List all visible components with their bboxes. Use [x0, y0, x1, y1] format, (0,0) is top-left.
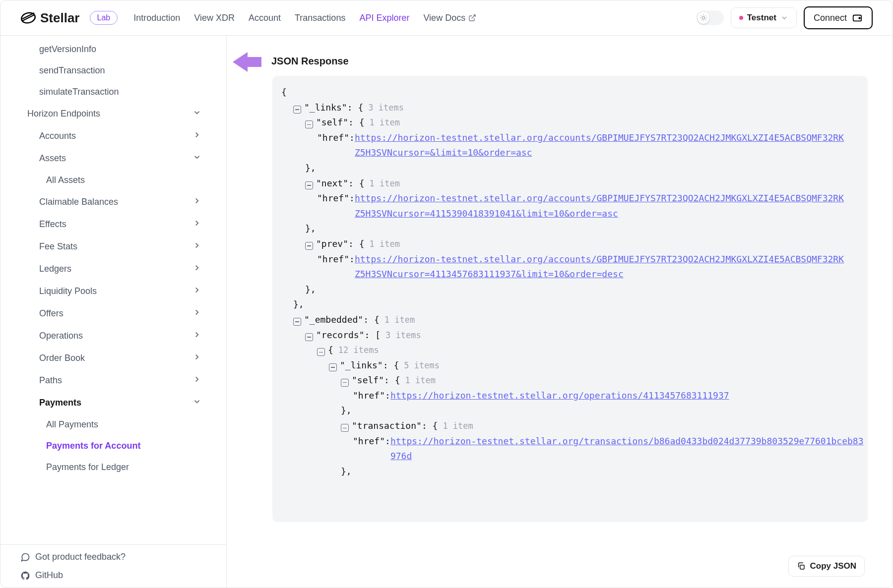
- json-link[interactable]: https://horizon-testnet.stellar.org/acco…: [355, 130, 846, 161]
- json-line: "href": https://horizon-testnet.stellar.…: [281, 252, 868, 282]
- sidebar-item-horizon-endpoints[interactable]: Horizon Endpoints: [0, 103, 226, 125]
- sidebar-item-label: Fee Stats: [39, 241, 77, 252]
- body: getVersionInfosendTransactionsimulateTra…: [0, 36, 893, 588]
- collapse-toggle[interactable]: [305, 333, 313, 341]
- json-link[interactable]: https://horizon-testnet.stellar.org/oper…: [390, 388, 729, 404]
- json-line: },: [281, 161, 868, 176]
- sidebar-item-getversioninfo[interactable]: getVersionInfo: [0, 39, 226, 60]
- collapse-toggle[interactable]: [341, 379, 349, 387]
- sidebar-item-order-book[interactable]: Order Book: [0, 347, 226, 369]
- chevron-right-icon: [192, 130, 201, 142]
- sidebar-item-label: Paths: [39, 375, 62, 386]
- sidebar-item-liquidity-pools[interactable]: Liquidity Pools: [0, 280, 226, 302]
- sidebar-item-fee-stats[interactable]: Fee Stats: [0, 235, 226, 258]
- sidebar-item-all-assets[interactable]: All Assets: [0, 170, 226, 191]
- connect-button[interactable]: Connect: [804, 6, 873, 29]
- sidebar-item-simulatetransaction[interactable]: simulateTransaction: [0, 81, 226, 103]
- sidebar-item-operations[interactable]: Operations: [0, 325, 226, 347]
- collapse-toggle[interactable]: [305, 181, 313, 189]
- sidebar-item-label: getVersionInfo: [39, 44, 96, 55]
- top-nav: IntroductionView XDRAccountTransactionsA…: [133, 13, 476, 23]
- collapse-toggle[interactable]: [305, 120, 313, 128]
- json-key: "transaction": [352, 420, 422, 431]
- chevron-down-icon: [192, 153, 201, 164]
- svg-point-3: [702, 16, 704, 19]
- copy-json-label: Copy JSON: [810, 561, 856, 571]
- wallet-icon: [852, 12, 863, 23]
- pointer-arrow-icon: [233, 50, 262, 74]
- logo[interactable]: Stellar: [20, 10, 80, 26]
- sidebar-item-label: Payments: [39, 398, 81, 408]
- sidebar-item-paths[interactable]: Paths: [0, 369, 226, 392]
- nav-item-api-explorer[interactable]: API Explorer: [359, 13, 409, 23]
- nav-item-view-docs[interactable]: View Docs: [423, 13, 476, 23]
- chevron-right-icon: [192, 308, 201, 319]
- sidebar-item-ledgers[interactable]: Ledgers: [0, 258, 226, 280]
- sidebar-item-label: sendTransaction: [39, 65, 105, 76]
- sidebar-item-payments-for-account[interactable]: Payments for Account: [0, 435, 226, 457]
- nav-item-introduction[interactable]: Introduction: [133, 13, 180, 23]
- copy-json-button[interactable]: Copy JSON: [788, 556, 865, 577]
- sidebar-item-label: Payments for Ledger: [46, 462, 129, 472]
- main: JSON Response {"_links": {3 items"self":…: [227, 36, 893, 588]
- sidebar-item-accounts[interactable]: Accounts: [0, 125, 226, 147]
- json-line: "next": {1 item: [281, 176, 868, 191]
- json-response-panel[interactable]: {"_links": {3 items"self": {1 item"href"…: [272, 76, 868, 522]
- sidebar-item-label: Offers: [39, 308, 64, 319]
- json-line: "href": https://horizon-testnet.stellar.…: [281, 434, 868, 464]
- sidebar-item-claimable-balances[interactable]: Claimable Balances: [0, 191, 226, 213]
- nav-item-view-xdr[interactable]: View XDR: [194, 13, 235, 23]
- theme-toggle[interactable]: [696, 10, 724, 25]
- sidebar-footer: Got product feedback? GitHub: [0, 544, 226, 588]
- header-right: Testnet Connect: [696, 6, 873, 29]
- sun-icon: [698, 12, 709, 24]
- json-key: "href": [353, 436, 385, 446]
- sidebar-scroll[interactable]: getVersionInfosendTransactionsimulateTra…: [0, 36, 226, 544]
- json-link[interactable]: https://horizon-testnet.stellar.org/acco…: [355, 252, 846, 282]
- json-line: "transaction": {1 item: [281, 418, 868, 434]
- collapse-toggle[interactable]: [341, 424, 349, 432]
- collapse-toggle[interactable]: [293, 106, 301, 114]
- chevron-right-icon: [192, 330, 201, 342]
- chevron-right-icon: [192, 219, 201, 230]
- sidebar-item-offers[interactable]: Offers: [0, 302, 226, 325]
- sidebar-item-sendtransaction[interactable]: sendTransaction: [0, 60, 226, 81]
- collapse-toggle[interactable]: [293, 318, 301, 326]
- github-link[interactable]: GitHub: [20, 570, 206, 581]
- network-dot-icon: [739, 16, 743, 20]
- external-link-icon: [468, 14, 476, 22]
- item-count-hint: 1 item: [370, 178, 400, 188]
- json-line: "_embedded": {1 item: [281, 312, 868, 328]
- sidebar-item-payments[interactable]: Payments: [0, 392, 226, 414]
- connect-label: Connect: [814, 13, 847, 23]
- sidebar-item-label: Accounts: [39, 131, 76, 141]
- collapse-toggle[interactable]: [305, 242, 313, 250]
- chevron-down-icon: [192, 108, 201, 119]
- network-selector[interactable]: Testnet: [731, 7, 797, 28]
- item-count-hint: 3 items: [385, 330, 421, 340]
- network-label: Testnet: [747, 13, 776, 23]
- item-count-hint: 1 item: [443, 421, 473, 431]
- sidebar-item-all-payments[interactable]: All Payments: [0, 414, 226, 435]
- sidebar-item-effects[interactable]: Effects: [0, 213, 226, 235]
- copy-icon: [797, 562, 806, 571]
- nav-item-account[interactable]: Account: [249, 13, 281, 23]
- feedback-link[interactable]: Got product feedback?: [20, 552, 206, 562]
- json-line: },: [281, 464, 868, 479]
- lab-badge[interactable]: Lab: [90, 11, 118, 25]
- json-link[interactable]: https://horizon-testnet.stellar.org/acco…: [355, 191, 846, 221]
- chat-icon: [20, 552, 30, 562]
- sidebar-item-label: Liquidity Pools: [39, 286, 97, 296]
- collapse-toggle[interactable]: [317, 348, 325, 356]
- sidebar-item-payments-for-ledger[interactable]: Payments for Ledger: [0, 457, 226, 478]
- json-line: },: [281, 297, 868, 312]
- nav-item-transactions[interactable]: Transactions: [295, 13, 345, 23]
- json-line: "_links": {5 items: [281, 358, 868, 373]
- sidebar-item-label: Order Book: [39, 353, 85, 363]
- sidebar-item-assets[interactable]: Assets: [0, 147, 226, 170]
- json-line: "prev": {1 item: [281, 236, 868, 252]
- json-link[interactable]: https://horizon-testnet.stellar.org/tran…: [390, 434, 868, 464]
- collapse-toggle[interactable]: [329, 363, 337, 371]
- json-line: {12 items: [281, 343, 868, 358]
- chevron-right-icon: [192, 286, 201, 297]
